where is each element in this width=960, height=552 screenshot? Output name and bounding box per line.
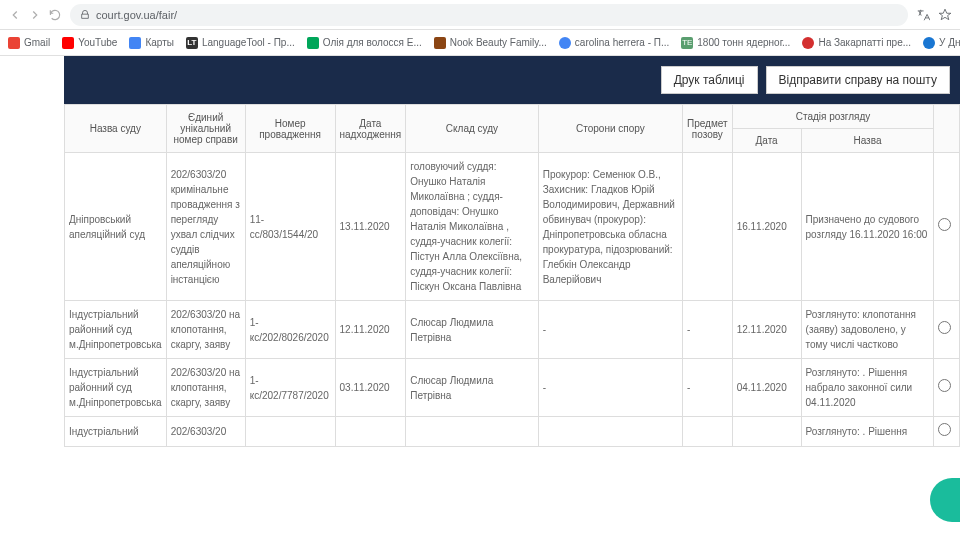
header-stage: Стадія розгляду [732, 105, 934, 129]
bookmark-label: LanguageTool - Пр... [202, 37, 295, 48]
table-body: Дніпровський апеляційний суд202/6303/20 … [65, 153, 960, 447]
cell-stage-date [732, 417, 801, 447]
cell-court: Індустріальний районний суд м.Дніпропетр… [65, 301, 167, 359]
forward-icon[interactable] [28, 8, 42, 22]
print-table-button[interactable]: Друк таблиці [661, 66, 758, 94]
cell-date: 13.11.2020 [335, 153, 406, 301]
cell-select [934, 153, 960, 301]
url-bar[interactable]: court.gov.ua/fair/ [70, 4, 908, 26]
bookmark-favicon: LT [186, 37, 198, 49]
bookmark-favicon: ТЕ [681, 37, 693, 49]
cell-unique: 202/6303/20 на клопотання, скаргу, заяву [166, 301, 245, 359]
row-select-radio[interactable] [938, 321, 951, 334]
header-case-no: Номер провадження [245, 105, 335, 153]
cell-staff: Слюсар Людмила Петрівна [406, 359, 538, 417]
translate-icon[interactable] [916, 8, 930, 22]
table-header: Назва суду Єдиний унікальний номер справ… [65, 105, 960, 153]
bookmark-item[interactable]: У Дніпрі діти, позб... [923, 37, 960, 49]
bookmark-label: carolina herrera - П... [575, 37, 669, 48]
cell-date [335, 417, 406, 447]
cell-parties: Прокурор: Семенюк О.В., Захисник: Гладко… [538, 153, 682, 301]
cell-staff: Слюсар Людмила Петрівна [406, 301, 538, 359]
chat-fab[interactable] [930, 478, 960, 522]
cell-subject [683, 153, 733, 301]
bookmark-label: YouTube [78, 37, 117, 48]
extension-icons [916, 8, 952, 22]
row-select-radio[interactable] [938, 218, 951, 231]
page-content: Друк таблиці Відправити справу на пошту … [0, 56, 960, 447]
cell-case-no [245, 417, 335, 447]
table-row: Індустріальний районний суд м.Дніпропетр… [65, 359, 960, 417]
row-select-radio[interactable] [938, 423, 951, 436]
bookmark-item[interactable]: Олія для волосся E... [307, 37, 422, 49]
cell-staff [406, 417, 538, 447]
row-select-radio[interactable] [938, 379, 951, 392]
header-subject: Предмет позову [683, 105, 733, 153]
bookmark-favicon [802, 37, 814, 49]
cell-stage-name: Розглянуто: . Рішення набрало законної с… [801, 359, 934, 417]
header-court: Назва суду [65, 105, 167, 153]
table-row: Дніпровський апеляційний суд202/6303/20 … [65, 153, 960, 301]
bookmark-item[interactable]: На Закарпатті пре... [802, 37, 911, 49]
send-case-button[interactable]: Відправити справу на пошту [766, 66, 950, 94]
bookmark-item[interactable]: ТЕ1800 тонн ядерног... [681, 37, 790, 49]
cell-case-no: 1-кс/202/8026/2020 [245, 301, 335, 359]
url-text: court.gov.ua/fair/ [96, 9, 177, 21]
cell-stage-date: 16.11.2020 [732, 153, 801, 301]
table-row: Індустріальний202/6303/20Розглянуто: . Р… [65, 417, 960, 447]
bookmark-item[interactable]: YouTube [62, 37, 117, 49]
back-icon[interactable] [8, 8, 22, 22]
cell-court: Індустріальний [65, 417, 167, 447]
cell-unique: 202/6303/20 кримінальне провадження з пе… [166, 153, 245, 301]
header-staff: Склад суду [406, 105, 538, 153]
cell-select [934, 301, 960, 359]
bookmark-favicon [129, 37, 141, 49]
cell-stage-date: 04.11.2020 [732, 359, 801, 417]
reload-icon[interactable] [48, 8, 62, 22]
results-table-wrap: Назва суду Єдиний унікальний номер справ… [64, 104, 960, 447]
cell-subject [683, 417, 733, 447]
bookmark-label: Карты [145, 37, 174, 48]
cell-case-no: 11-сс/803/1544/20 [245, 153, 335, 301]
bookmark-item[interactable]: Nook Beauty Family... [434, 37, 547, 49]
cell-parties: - [538, 301, 682, 359]
cell-parties: - [538, 359, 682, 417]
bookmark-label: Gmail [24, 37, 50, 48]
bookmark-favicon [8, 37, 20, 49]
action-bar: Друк таблиці Відправити справу на пошту [64, 56, 960, 104]
cell-select [934, 417, 960, 447]
header-parties: Сторони спору [538, 105, 682, 153]
bookmark-item[interactable]: Карты [129, 37, 174, 49]
bookmark-favicon [307, 37, 319, 49]
bookmark-label: 1800 тонн ядерног... [697, 37, 790, 48]
cell-subject: - [683, 301, 733, 359]
browser-address-bar: court.gov.ua/fair/ [0, 0, 960, 30]
cell-date: 03.11.2020 [335, 359, 406, 417]
cell-court: Індустріальний районний суд м.Дніпропетр… [65, 359, 167, 417]
bookmark-label: Nook Beauty Family... [450, 37, 547, 48]
bookmark-item[interactable]: LTLanguageTool - Пр... [186, 37, 295, 49]
results-table: Назва суду Єдиний унікальний номер справ… [64, 104, 960, 447]
bookmark-label: У Дніпрі діти, позб... [939, 37, 960, 48]
header-date: Дата надходження [335, 105, 406, 153]
cell-stage-name: Призначено до судового розгляду 16.11.20… [801, 153, 934, 301]
cell-court: Дніпровський апеляційний суд [65, 153, 167, 301]
bookmark-favicon [923, 37, 935, 49]
cell-date: 12.11.2020 [335, 301, 406, 359]
bookmark-item[interactable]: carolina herrera - П... [559, 37, 669, 49]
bookmark-favicon [62, 37, 74, 49]
cell-stage-date: 12.11.2020 [732, 301, 801, 359]
cell-case-no: 1-кс/202/7787/2020 [245, 359, 335, 417]
cell-subject: - [683, 359, 733, 417]
star-icon[interactable] [938, 8, 952, 22]
bookmark-item[interactable]: Gmail [8, 37, 50, 49]
bookmark-favicon [559, 37, 571, 49]
cell-stage-name: Розглянуто: клопотання (заяву) задоволен… [801, 301, 934, 359]
bookmarks-bar: GmailYouTubeКартыLTLanguageTool - Пр...О… [0, 30, 960, 56]
header-stage-name: Назва [801, 129, 934, 153]
cell-staff: головуючий суддя: Онушко Наталія Миколаї… [406, 153, 538, 301]
bookmark-favicon [434, 37, 446, 49]
table-row: Індустріальний районний суд м.Дніпропетр… [65, 301, 960, 359]
cell-parties [538, 417, 682, 447]
nav-arrows [8, 8, 62, 22]
